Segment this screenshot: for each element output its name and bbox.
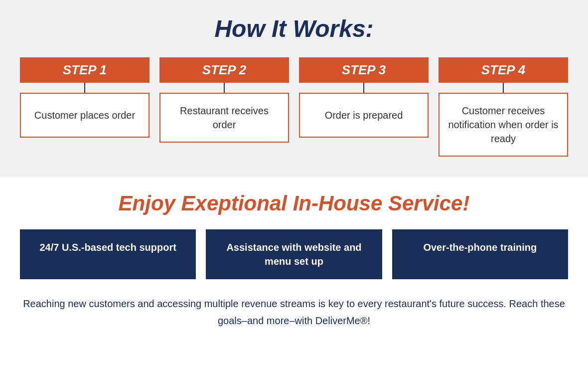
service-title: Enjoy Exeptional In-House Service! bbox=[20, 191, 568, 215]
step-3-connector bbox=[363, 83, 364, 93]
step-3-badge: STEP 3 bbox=[299, 57, 429, 83]
step-2: STEP 2 Restaurant receives order bbox=[159, 57, 289, 143]
feature-card-1: 24/7 U.S.-based tech support bbox=[20, 229, 196, 279]
feature-3-text: Over-the-phone training bbox=[423, 242, 537, 253]
step-4-connector bbox=[503, 83, 504, 93]
step-1-badge: STEP 1 bbox=[20, 57, 149, 83]
step-2-description: Restaurant receives order bbox=[159, 93, 289, 143]
step-3: STEP 3 Order is prepared bbox=[299, 57, 429, 138]
feature-card-2: Assistance with website and menu set up bbox=[206, 229, 382, 279]
top-section: How It Works: STEP 1 Customer places ord… bbox=[0, 0, 588, 177]
feature-2-text: Assistance with website and menu set up bbox=[226, 242, 361, 267]
main-title: How It Works: bbox=[20, 15, 568, 42]
step-3-description: Order is prepared bbox=[299, 93, 429, 138]
step-1-connector bbox=[84, 83, 85, 93]
step-2-badge: STEP 2 bbox=[159, 57, 289, 83]
bottom-section: Enjoy Exeptional In-House Service! 24/7 … bbox=[0, 177, 588, 344]
step-4-badge: STEP 4 bbox=[439, 57, 568, 83]
step-2-connector bbox=[224, 83, 225, 93]
step-4-description: Customer receives notification when orde… bbox=[439, 93, 568, 157]
feature-card-3: Over-the-phone training bbox=[392, 229, 568, 279]
closing-text: Reaching new customers and accessing mul… bbox=[20, 295, 568, 329]
feature-1-text: 24/7 U.S.-based tech support bbox=[39, 242, 176, 253]
step-1: STEP 1 Customer places order bbox=[20, 57, 149, 138]
steps-container: STEP 1 Customer places order STEP 2 Rest… bbox=[20, 57, 568, 157]
step-4: STEP 4 Customer receives notification wh… bbox=[439, 57, 568, 157]
step-1-description: Customer places order bbox=[20, 93, 149, 138]
features-container: 24/7 U.S.-based tech support Assistance … bbox=[20, 229, 568, 279]
